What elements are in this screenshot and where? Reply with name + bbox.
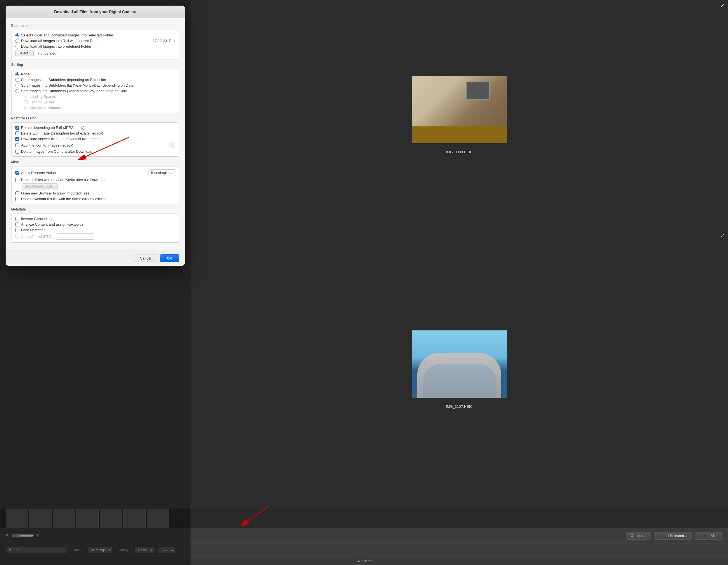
meta-label-2: Analyze Content and assign Keywords [21, 222, 84, 226]
open-browser-label: Open new Browser to show imported Files [21, 191, 89, 195]
select-folder-row: Select... <undefined> [15, 50, 175, 56]
options-button[interactable]: Options... [626, 532, 651, 540]
select-applescript-row: Select AppleScript... [15, 183, 175, 189]
process-applescript-row: Process Files with an AppleScript after … [15, 178, 175, 182]
photo-bottom-label: IMG_3107.HEIC [446, 404, 472, 409]
dialog-body: Destination Select Folder and Download I… [6, 18, 185, 251]
expand-icon-top[interactable]: ⤢ [720, 3, 724, 8]
undefined-text: <undefined> [38, 51, 58, 55]
pp-label-4: Add File Icon to Images (legacy) [21, 143, 73, 147]
apply-rename-checkbox[interactable] [15, 171, 19, 175]
sort-option-3: Sort Images into Subfolders flat (Year-M… [15, 83, 175, 87]
leading-spaces-label: Leading Spaces [30, 94, 56, 99]
destination-option-2: Download all Images into Roll with curre… [15, 39, 175, 43]
photo-top [412, 76, 507, 143]
destination-section: Select Folder and Download Images into S… [11, 30, 179, 59]
right-top-panel: ⤢ IMG_0039.HEIC [191, 0, 728, 230]
meta-label-3: Face Detection [21, 228, 45, 232]
cancel-button[interactable]: Cancel [134, 254, 157, 262]
select-applescript-button: Select AppleScript... [22, 183, 58, 189]
dont-download-label: Don't download if a file with the name a… [21, 197, 105, 201]
meta-label-4: Apply Stored IPTC [21, 235, 51, 239]
sort-label-1: None [21, 72, 30, 76]
meta-checkbox-1[interactable] [15, 217, 19, 221]
pp-checkbox-5[interactable] [15, 150, 19, 154]
pp-option-5: Delete Images from Camera after Download [15, 149, 175, 154]
sort-radio-4[interactable] [15, 89, 19, 93]
destination-option-3: Download all Images into predefined Fold… [15, 44, 175, 48]
misc-label: Misc [11, 160, 179, 164]
add-month-names-label: Add Month Names [30, 106, 60, 110]
ok-button[interactable]: OK [160, 254, 180, 262]
sort-option-1: None [15, 72, 175, 76]
expand-icon-bottom[interactable]: ⤢ [720, 233, 724, 238]
postprocessing-section: Rotate depending on Exif (JPEGs only) De… [11, 122, 179, 157]
sorting-label: Sorting [11, 63, 179, 67]
sorting-section: None Sort Images into Subfolders dependi… [11, 69, 179, 113]
dropdown-arrow-icon: ⌄ [170, 170, 173, 175]
pp-label-3: Download sidecar files (i.e. movies of l… [21, 137, 102, 141]
meta-checkbox-2[interactable] [15, 223, 19, 226]
apply-rename-label: Apply Rename Action [21, 171, 56, 175]
rename-dropdown-value: Test.simple [150, 171, 169, 175]
dialog-footer: Cancel OK [6, 251, 185, 266]
destination-label-1: Select Folder and Download Images into S… [21, 33, 113, 37]
sort-radio-2[interactable] [15, 78, 19, 82]
pp-checkbox-4[interactable] [15, 143, 19, 147]
meta-option-1: Inverse Geocoding [15, 217, 175, 221]
destination-label: Destination [11, 24, 179, 28]
sort-radio-3[interactable] [15, 84, 19, 87]
sort-option-4: Sort Images into Subfolders (Year/Month/… [15, 89, 175, 93]
leading-spaces-row: ✓ Leading Spaces [24, 94, 175, 99]
dont-download-checkbox[interactable] [15, 197, 19, 201]
process-applescript-checkbox[interactable] [15, 178, 19, 182]
pp-label-1: Rotate depending on Exif (JPEGs only) [21, 126, 84, 130]
select-folder-button[interactable]: Select... [15, 50, 34, 56]
process-applescript-label: Process Files with an AppleScript after … [21, 178, 106, 182]
meta-checkbox-3[interactable] [15, 228, 19, 232]
add-month-names-row: ✓ Add Month Names [24, 106, 175, 110]
meta-option-4: Apply Stored IPTC ⌄ [15, 233, 175, 240]
photo-top-label: IMG_0039.HEIC [446, 150, 472, 154]
sort-radio-1[interactable] [15, 72, 19, 76]
pp-label-5: Delete Images from Camera after Download [21, 149, 92, 154]
open-browser-checkbox[interactable] [15, 191, 19, 195]
items-count: 1489 items [356, 559, 372, 563]
sort-sub-options: ✓ Leading Spaces Leading Zeroes ✓ Add Mo… [24, 94, 175, 110]
import-all-button[interactable]: Import All... [695, 532, 722, 540]
pp-option-4: Add File Icon to Images (legacy) ? [15, 142, 175, 148]
leading-zeroes-label: Leading Zeroes [29, 100, 55, 104]
metadata-section: Inverse Geocoding Analyze Content and as… [11, 214, 179, 243]
postprocessing-label: Postprocessing [11, 116, 179, 120]
open-browser-row: Open new Browser to show imported Files [15, 191, 175, 195]
dialog-overlay: Download all Files from your Digital Cam… [0, 0, 191, 565]
pp-option-2: Delete Exif Image Description tag (if ex… [15, 131, 175, 135]
destination-radio-2[interactable] [15, 39, 19, 43]
rename-dropdown[interactable]: Test.simple ⌄ [149, 169, 175, 176]
help-icon[interactable]: ? [170, 142, 175, 148]
iptc-dropdown[interactable]: ⌄ [56, 233, 95, 240]
date-value: 17.12.20, Roll [153, 39, 175, 43]
meta-option-3: Face Detection [15, 228, 175, 232]
right-bottom-panel: ⤢ IMG_3107.HEIC [191, 230, 728, 509]
import-selected-button[interactable]: Import Selected... [654, 532, 692, 540]
sort-label-2: Sort Images into Subfolders depending on… [21, 78, 106, 82]
download-dialog: Download all Files from your Digital Cam… [6, 6, 185, 266]
sort-label-3: Sort Images into Subfolders flat (Year-M… [21, 83, 133, 87]
destination-radio-1[interactable] [15, 33, 19, 37]
apply-rename-row: Apply Rename Action Test.simple ⌄ [15, 169, 175, 176]
meta-checkbox-4 [15, 235, 19, 238]
dialog-title: Download all Files from your Digital Cam… [6, 6, 185, 18]
sort-option-2: Sort Images into Subfolders depending on… [15, 78, 175, 82]
destination-radio-3[interactable] [15, 45, 19, 48]
pp-option-1: Rotate depending on Exif (JPEGs only) [15, 126, 175, 130]
meta-option-2: Analyze Content and assign Keywords [15, 222, 175, 226]
leading-zeroes-checkbox [24, 100, 28, 104]
pp-checkbox-1[interactable] [15, 126, 19, 130]
pp-label-2: Delete Exif Image Description tag (if ex… [21, 131, 103, 135]
iptc-arrow-icon: ⌄ [90, 235, 93, 238]
dont-download-row: Don't download if a file with the name a… [15, 197, 175, 201]
pp-checkbox-2[interactable] [15, 131, 19, 135]
pp-checkbox-3[interactable] [15, 137, 19, 141]
destination-option-1: Select Folder and Download Images into S… [15, 33, 175, 37]
